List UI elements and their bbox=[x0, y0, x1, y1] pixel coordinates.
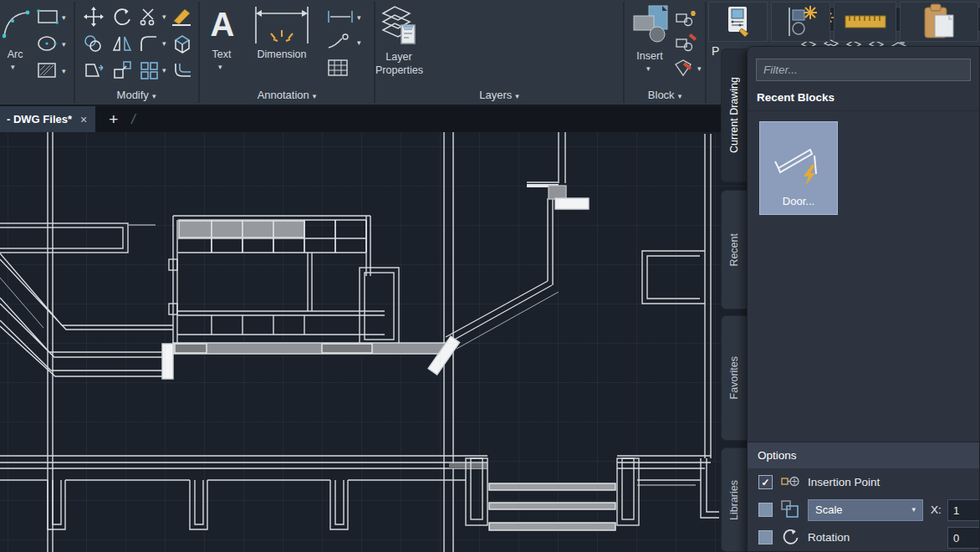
text-label[interactable]: Text bbox=[200, 49, 243, 60]
panel-separator bbox=[705, 2, 707, 103]
scale-dropdown[interactable]: Scale ▾ bbox=[808, 499, 923, 521]
insert-block-icon[interactable] bbox=[631, 3, 670, 49]
layers-caret-icon: ▾ bbox=[515, 92, 519, 100]
block-panel-label[interactable]: Block▾ bbox=[625, 89, 705, 101]
close-icon[interactable]: × bbox=[80, 113, 87, 126]
rotation-checkbox[interactable] bbox=[758, 530, 773, 544]
dim-linear-icon[interactable]: ▾ bbox=[324, 7, 367, 27]
clipboard-icon bbox=[921, 3, 957, 40]
insertion-point-row: ✓ Insertion Point bbox=[748, 468, 979, 496]
svg-text:▾: ▾ bbox=[62, 67, 66, 75]
layers-panel-label[interactable]: Layers▾ bbox=[375, 89, 623, 101]
ribbon-panel-layers: Layer Properties 0 ▾ Layers▾ bbox=[375, 0, 623, 105]
layer-properties-icon[interactable] bbox=[379, 3, 419, 49]
modify-panel-label[interactable]: Modify▾ bbox=[75, 89, 197, 101]
svg-text:▾: ▾ bbox=[62, 13, 66, 22]
block-caret-icon: ▾ bbox=[678, 92, 682, 100]
scale-dropdown-value: Scale bbox=[815, 503, 843, 516]
block-tools-caret-icon[interactable]: ▾ bbox=[697, 65, 702, 73]
arc-caret-icon[interactable]: ▾ bbox=[11, 64, 15, 71]
rotation-row: Rotation bbox=[748, 524, 979, 551]
scale-row: Scale ▾ X: bbox=[748, 496, 979, 524]
palette-tab-recent[interactable]: Recent bbox=[721, 190, 747, 309]
scale-dropdown-caret-icon: ▾ bbox=[911, 506, 916, 514]
insert-gallery-icon bbox=[783, 4, 819, 39]
rotate-icon[interactable] bbox=[109, 3, 135, 30]
erase-icon[interactable] bbox=[169, 3, 196, 30]
move-icon[interactable] bbox=[80, 3, 107, 30]
mirror-icon[interactable] bbox=[109, 30, 135, 57]
recent-blocks-header: Recent Blocks bbox=[748, 86, 979, 111]
rotation-icon bbox=[780, 527, 800, 549]
match-properties-button[interactable] bbox=[708, 2, 768, 42]
insertion-point-label: Insertion Point bbox=[808, 476, 880, 488]
options-header[interactable]: Options bbox=[748, 442, 979, 468]
palette-tab-strip: Current Drawing Recent Favorites Librari… bbox=[721, 46, 747, 552]
blocks-palette: Current Drawing Recent Favorites Librari… bbox=[721, 46, 980, 552]
door-block-icon bbox=[768, 122, 829, 195]
match-properties-icon bbox=[722, 5, 755, 38]
trim-caret-icon[interactable]: ▾ bbox=[162, 13, 166, 21]
copy-icon[interactable] bbox=[80, 30, 107, 57]
block-tile-label: Door... bbox=[783, 195, 814, 214]
annotation-panel-label[interactable]: Annotation▾ bbox=[200, 89, 374, 101]
svg-text:▾: ▾ bbox=[357, 38, 361, 47]
measure-button[interactable] bbox=[834, 2, 896, 42]
modify-caret-icon: ▾ bbox=[152, 92, 156, 100]
text-icon[interactable]: A bbox=[205, 3, 240, 45]
new-tab-button[interactable]: + bbox=[95, 106, 131, 132]
paste-button[interactable] bbox=[900, 2, 978, 42]
insert-caret-icon[interactable]: ▾ bbox=[646, 65, 651, 73]
ribbon-panel-draw: Arc ▾ ▾ ▾ ▾ bbox=[0, 0, 74, 105]
fillet-caret-icon[interactable]: ▾ bbox=[162, 40, 166, 48]
rectangle-tool-icon[interactable]: ▾ bbox=[35, 7, 70, 27]
palette-tab-current-drawing[interactable]: Current Drawing bbox=[721, 49, 747, 182]
palette-tab-libraries[interactable]: Libraries bbox=[721, 447, 747, 552]
text-caret-icon[interactable]: ▾ bbox=[218, 64, 222, 71]
annotation-caret-icon: ▾ bbox=[313, 92, 317, 100]
plus-icon: + bbox=[109, 110, 118, 129]
leader-icon[interactable]: ▾ bbox=[324, 32, 367, 52]
offset-icon[interactable] bbox=[169, 57, 196, 84]
edit-block-icon[interactable] bbox=[673, 32, 700, 54]
trim-icon[interactable] bbox=[137, 3, 161, 30]
stretch-icon[interactable] bbox=[80, 57, 107, 84]
palette-tab-favorites[interactable]: Favorites bbox=[721, 315, 747, 441]
document-tab-dwg-files[interactable]: - DWG Files* × bbox=[0, 106, 95, 132]
fillet-icon[interactable] bbox=[137, 30, 161, 57]
arc-label[interactable]: Arc bbox=[0, 49, 30, 60]
block-tile-door[interactable]: Door... bbox=[759, 121, 838, 215]
explode-icon[interactable] bbox=[169, 30, 196, 57]
dimension-label[interactable]: Dimension bbox=[242, 49, 322, 60]
rotation-input[interactable] bbox=[947, 527, 980, 549]
ruler-icon bbox=[844, 13, 887, 31]
filter-input[interactable] bbox=[756, 59, 971, 81]
insert-label[interactable]: Insert bbox=[625, 50, 675, 62]
dimension-icon[interactable] bbox=[246, 3, 318, 47]
ribbon-panel-annotation: A Text ▾ Dimension ▾ ▾ Annotation▾ bbox=[200, 0, 374, 105]
table-icon[interactable] bbox=[324, 57, 352, 79]
edit-attribute-icon[interactable] bbox=[673, 57, 695, 79]
scale-icon[interactable] bbox=[109, 57, 135, 84]
hatch-tool-icon[interactable]: ▾ bbox=[35, 60, 70, 80]
check-icon: ✓ bbox=[761, 477, 769, 488]
arc-icon[interactable] bbox=[2, 5, 32, 43]
block-tile-list: Door... bbox=[748, 111, 979, 442]
document-tab-title: - DWG Files* bbox=[7, 113, 72, 125]
x-label: X: bbox=[931, 503, 942, 516]
scale-x-input[interactable] bbox=[947, 499, 980, 521]
svg-text:▾: ▾ bbox=[357, 13, 361, 22]
rotation-label: Rotation bbox=[808, 531, 850, 544]
tab-bar-divider: / bbox=[131, 106, 135, 132]
layer-properties-label[interactable]: Layer Properties bbox=[375, 50, 422, 78]
array-caret-icon[interactable]: ▾ bbox=[162, 67, 166, 74]
create-block-icon[interactable] bbox=[673, 7, 700, 28]
array-icon[interactable] bbox=[137, 57, 161, 84]
svg-text:▾: ▾ bbox=[62, 40, 66, 49]
ellipse-tool-icon[interactable]: ▾ bbox=[35, 33, 70, 54]
insert-gallery-button[interactable] bbox=[771, 2, 830, 42]
insertion-point-checkbox[interactable]: ✓ bbox=[758, 475, 773, 489]
scale-checkbox[interactable] bbox=[758, 503, 773, 517]
properties-panel-partial-label: P bbox=[712, 44, 719, 58]
palette-body: Recent Blocks Door... Options bbox=[747, 46, 980, 552]
